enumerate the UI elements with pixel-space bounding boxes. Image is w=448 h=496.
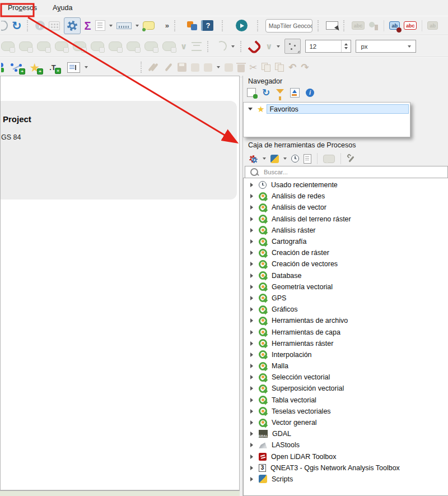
algorithm-icon-2[interactable] [19, 41, 32, 51]
dropdown-caret[interactable] [109, 25, 113, 27]
add-line-annotation-icon[interactable] [10, 62, 24, 73]
add-selected-layer-icon[interactable] [247, 88, 256, 97]
snapping-options-button[interactable] [284, 39, 301, 54]
map-tips-icon[interactable] [143, 21, 155, 30]
toolbox-search-input[interactable]: Buscar... [245, 166, 448, 178]
pin-labels-icon[interactable]: ab [389, 21, 400, 30]
save-edits-icon[interactable] [178, 63, 186, 72]
history-icon[interactable] [291, 155, 299, 163]
toolbar-grip[interactable] [318, 20, 321, 31]
highlight-labels-icon[interactable]: abc [404, 21, 417, 30]
toolbox-tree[interactable]: Usado recientemente Análisis de redes An… [243, 178, 448, 496]
snapping-icon[interactable] [248, 40, 263, 54]
statistics-icon[interactable] [49, 21, 60, 30]
expand-arrow-icon[interactable] [250, 307, 253, 312]
vertex-tool-icon[interactable] [204, 63, 212, 72]
edit-multiple-icon[interactable] [150, 63, 159, 72]
expand-arrow-icon[interactable] [250, 420, 253, 425]
expand-arrow-icon[interactable] [250, 364, 253, 368]
spin-down-icon[interactable] [344, 47, 348, 49]
expand-arrow-icon[interactable] [250, 386, 253, 391]
properties-widget-icon[interactable] [306, 89, 314, 97]
dropdown-caret[interactable] [231, 45, 235, 48]
algorithm-icon-5[interactable] [73, 41, 86, 51]
toolbox-category-row[interactable]: GPS [244, 293, 448, 304]
toolbox-category-row[interactable]: Análisis de vector [244, 202, 448, 213]
expand-arrow-icon[interactable] [250, 455, 253, 459]
toolbox-category-row[interactable]: Análisis del terreno ráster [244, 214, 448, 225]
label-abc-disabled-icon[interactable]: abc [352, 21, 365, 30]
toolbox-category-row[interactable]: Creación de ráster [244, 247, 448, 258]
undo-icon[interactable]: ↶ [288, 63, 296, 72]
toolbox-category-row[interactable]: Geometría vectorial [244, 281, 448, 293]
expand-arrow-icon[interactable] [250, 274, 253, 278]
expand-arrow-icon[interactable] [250, 466, 253, 470]
toolbar-grip[interactable] [257, 20, 260, 31]
toolbox-category-row[interactable]: LAStools [244, 439, 448, 451]
expand-arrow-icon[interactable] [250, 398, 253, 402]
toolbox-category-row[interactable]: GDAL GDAL [244, 428, 448, 439]
paste-features-icon[interactable] [275, 63, 284, 72]
toolbox-category-row[interactable]: Gráficos [244, 304, 448, 315]
recent-project-card[interactable]: Project GS 84 [0, 101, 237, 200]
expand-arrow-icon[interactable] [250, 205, 253, 210]
units-combobox[interactable]: px [356, 40, 416, 53]
clock-partial-icon[interactable] [1, 21, 8, 31]
favorites-row[interactable]: ★ Favoritos [244, 104, 410, 114]
expand-arrow-icon[interactable] [250, 251, 253, 255]
browser-refresh-icon[interactable]: ↻ [262, 88, 270, 98]
algorithm-icon-1[interactable] [1, 41, 15, 51]
tracing-icon[interactable]: ∨ [265, 41, 272, 52]
toolbar-grip[interactable] [240, 41, 244, 52]
spinbox-arrows[interactable] [341, 40, 351, 52]
tolerance-spinbox[interactable]: 12 [305, 40, 351, 53]
menu-procesos[interactable]: Procesos [4, 2, 40, 13]
algorithm-icon-8[interactable] [127, 41, 140, 51]
toolbar-overflow-button[interactable]: » [165, 21, 169, 30]
expand-arrow-icon[interactable] [250, 477, 253, 481]
dropdown-caret[interactable] [136, 25, 139, 27]
filter-browser-icon[interactable] [276, 89, 284, 94]
toolbox-category-row[interactable]: Herramientas de archivo [244, 315, 448, 326]
notes-icon[interactable] [225, 63, 233, 72]
toolbar-grip[interactable] [207, 41, 211, 52]
python-scripts-icon[interactable] [270, 155, 279, 163]
offset-lines-icon[interactable] [192, 42, 202, 51]
measure-icon[interactable] [116, 22, 132, 29]
expand-arrow-icon[interactable] [250, 194, 253, 198]
algorithm-icon-7[interactable] [109, 41, 122, 51]
circular-sector-icon[interactable] [215, 40, 228, 53]
identify-features-icon[interactable] [35, 21, 45, 30]
expand-arrow-icon[interactable] [250, 228, 253, 233]
toolbox-category-row[interactable]: Herramientas ráster [244, 338, 448, 349]
edit-in-place-icon[interactable] [323, 155, 335, 163]
options-wrench-icon[interactable] [347, 154, 356, 163]
refresh-map-icon[interactable]: ↻ [12, 20, 22, 31]
dropdown-caret[interactable] [263, 157, 266, 160]
toolbar-grip[interactable] [27, 20, 30, 31]
expand-arrow-icon[interactable] [250, 341, 253, 346]
attribute-table-icon[interactable] [95, 20, 105, 31]
toolbox-category-row[interactable]: Herramientas de capa [244, 326, 448, 337]
toolbox-category-row[interactable]: Usado recientemente [244, 179, 448, 191]
map-canvas[interactable]: Project GS 84 [0, 76, 240, 490]
show-statistical-summary-icon[interactable]: Σ [85, 20, 91, 31]
toolbox-category-row[interactable]: Database [244, 270, 448, 281]
add-marker-annotation-icon[interactable]: ★ [28, 62, 41, 73]
dropdown-caret[interactable] [217, 66, 220, 68]
favorites-selection[interactable]: Favoritos [267, 104, 409, 114]
toolbox-category-row[interactable]: Análisis ráster [244, 225, 448, 236]
toolbox-category-row[interactable]: Vector general [244, 417, 448, 428]
cut-features-icon[interactable]: ✂ [249, 63, 257, 72]
maptiler-geocoding-input[interactable]: MapTiler Geocod... [265, 19, 312, 33]
html-annotation-icon[interactable] [67, 62, 80, 73]
toolbox-category-row[interactable]: 3 QNEAT3 - Qgis Network Analysis Toolbox [244, 462, 448, 474]
expand-arrow-icon[interactable] [250, 330, 253, 335]
expand-arrow-icon[interactable] [250, 443, 253, 447]
copy-features-icon[interactable] [262, 63, 270, 72]
expand-arrow-icon[interactable] [250, 318, 253, 323]
algorithm-icon-9[interactable] [144, 41, 158, 51]
expand-arrow-icon[interactable] [250, 375, 253, 379]
redo-icon[interactable]: ↷ [301, 63, 309, 72]
expand-arrow-icon[interactable] [250, 353, 253, 357]
